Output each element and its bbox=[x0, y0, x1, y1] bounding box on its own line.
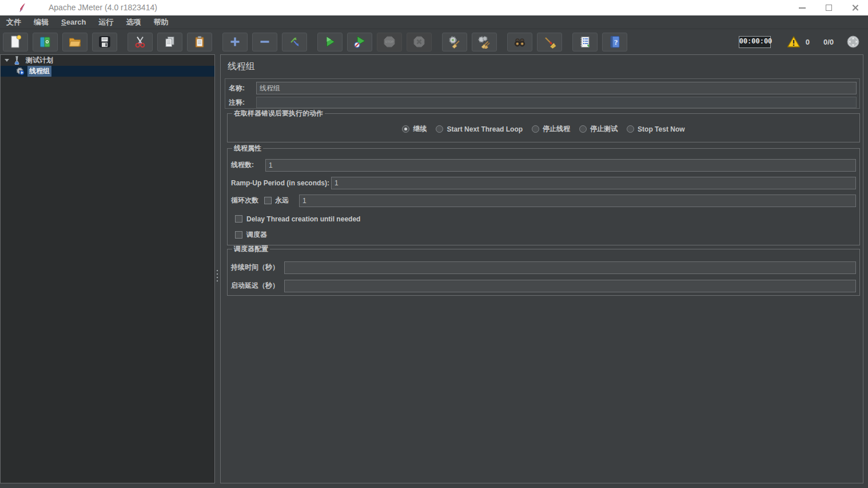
search-button[interactable] bbox=[507, 33, 532, 51]
templates-icon bbox=[38, 35, 52, 49]
zoom-out-minus-icon bbox=[258, 35, 272, 49]
name-comments-box: 名称: 注释: bbox=[225, 78, 860, 109]
stop-button[interactable]: STOP bbox=[377, 33, 402, 51]
svg-text:STOP: STOP bbox=[385, 40, 393, 43]
menu-help[interactable]: 帮助 bbox=[147, 15, 174, 29]
help-button[interactable]: ? bbox=[602, 33, 627, 51]
jmeter-window: Apache JMeter (4.0 r1823414) 文件 编辑 Searc… bbox=[0, 0, 868, 488]
radio-button-icon[interactable] bbox=[402, 125, 409, 133]
clear-icon bbox=[448, 35, 461, 49]
menu-file[interactable]: 文件 bbox=[0, 15, 27, 29]
ramp-up-label: Ramp-Up Period (in seconds): bbox=[231, 179, 331, 187]
remote-start-indicator-icon bbox=[846, 35, 860, 49]
comments-input[interactable] bbox=[256, 97, 857, 108]
copy-icon bbox=[163, 35, 177, 49]
zoom-in-plus-icon bbox=[228, 35, 242, 49]
zoom-in-button[interactable] bbox=[222, 33, 248, 51]
window-title: Apache JMeter (4.0 r1823414) bbox=[49, 3, 157, 12]
radio-continue[interactable]: 继续 bbox=[402, 124, 427, 134]
radio-start-next-thread-loop[interactable]: Start Next Thread Loop bbox=[436, 125, 523, 133]
open-folder-icon bbox=[68, 35, 82, 49]
close-button[interactable] bbox=[842, 0, 868, 15]
test-plan-flask-icon bbox=[12, 55, 22, 65]
log-warning-icon[interactable] bbox=[787, 35, 801, 48]
splitter-grip-icon[interactable] bbox=[216, 269, 219, 284]
menu-run[interactable]: 运行 bbox=[92, 15, 120, 29]
save-button[interactable] bbox=[92, 33, 117, 51]
start-no-pauses-button[interactable] bbox=[347, 33, 372, 51]
radio-button-icon[interactable] bbox=[627, 125, 634, 133]
tree-item-label[interactable]: 线程组 bbox=[27, 66, 51, 77]
clear-all-button[interactable] bbox=[472, 33, 497, 51]
scheduler-checkbox[interactable] bbox=[235, 231, 242, 239]
save-icon bbox=[98, 35, 112, 49]
radio-stop-test[interactable]: 停止测试 bbox=[579, 124, 618, 134]
function-helper-icon bbox=[578, 35, 592, 49]
maximize-button[interactable] bbox=[815, 0, 842, 15]
startup-delay-label: 启动延迟（秒） bbox=[231, 281, 284, 291]
tree-item-label[interactable]: 测试计划 bbox=[24, 55, 55, 66]
search-reset-button[interactable] bbox=[537, 33, 562, 51]
radio-stop-thread[interactable]: 停止线程 bbox=[532, 124, 570, 134]
delay-thread-creation-label: Delay Thread creation until needed bbox=[246, 215, 360, 223]
open-button[interactable] bbox=[62, 33, 87, 51]
close-icon bbox=[851, 4, 859, 11]
scheduler-configuration-group: 调度器配置 持续时间（秒） 启动延迟（秒） bbox=[227, 244, 860, 296]
search-reset-broom-icon bbox=[543, 35, 556, 49]
radio-button-icon[interactable] bbox=[436, 125, 443, 133]
clear-button[interactable] bbox=[442, 33, 467, 51]
cut-icon bbox=[133, 35, 147, 49]
delay-thread-creation-row: Delay Thread creation until needed bbox=[235, 215, 856, 223]
function-helper-button[interactable] bbox=[572, 33, 598, 51]
duration-input[interactable] bbox=[284, 261, 856, 274]
title-bar: Apache JMeter (4.0 r1823414) bbox=[0, 0, 868, 15]
new-file-icon bbox=[9, 35, 22, 49]
num-threads-label: 线程数: bbox=[231, 160, 265, 170]
zoom-out-button[interactable] bbox=[252, 33, 277, 51]
paste-button[interactable] bbox=[187, 33, 212, 51]
templates-button[interactable] bbox=[33, 33, 58, 51]
tree-item-thread-group[interactable]: 线程组 bbox=[1, 66, 214, 77]
thread-group-config-panel: 线程组 名称: 注释: 在取样器错误后要执行的动作 继续 Start Next bbox=[220, 54, 863, 483]
duration-label: 持续时间（秒） bbox=[231, 263, 284, 272]
comments-label: 注释: bbox=[229, 98, 256, 108]
toolbar: STOP bbox=[0, 29, 868, 54]
stop-icon: STOP bbox=[383, 35, 396, 49]
svg-text:?: ? bbox=[614, 38, 618, 46]
start-button[interactable] bbox=[317, 33, 343, 51]
thread-group-gear-icon bbox=[15, 66, 25, 76]
elapsed-timer: 00:00:00 bbox=[739, 36, 771, 48]
num-threads-input[interactable] bbox=[265, 159, 856, 172]
shutdown-button[interactable] bbox=[407, 33, 432, 51]
warning-count: 0 bbox=[806, 38, 810, 46]
cut-button[interactable] bbox=[128, 33, 153, 51]
forever-checkbox[interactable] bbox=[264, 197, 272, 204]
minimize-button[interactable] bbox=[789, 0, 815, 15]
minimize-icon bbox=[799, 7, 806, 9]
on-sample-error-options: 继续 Start Next Thread Loop 停止线程 停止测试 Stop… bbox=[231, 124, 856, 134]
menu-search[interactable]: Search bbox=[55, 16, 92, 28]
active-total-threads: 0/0 bbox=[823, 38, 834, 46]
thread-properties-legend: 线程属性 bbox=[232, 144, 263, 153]
clear-all-icon bbox=[477, 35, 491, 49]
thread-properties-group: 线程属性 线程数: Ramp-Up Period (in seconds): 循… bbox=[227, 144, 860, 245]
tree-expand-arrow-icon[interactable] bbox=[5, 59, 9, 62]
new-button[interactable] bbox=[3, 33, 28, 51]
copy-button[interactable] bbox=[157, 33, 182, 51]
ramp-up-input[interactable] bbox=[331, 177, 856, 189]
panel-splitter[interactable] bbox=[215, 54, 220, 483]
radio-button-icon[interactable] bbox=[532, 125, 539, 133]
name-label: 名称: bbox=[229, 84, 256, 93]
radio-stop-test-now[interactable]: Stop Test Now bbox=[627, 125, 684, 133]
radio-button-icon[interactable] bbox=[579, 125, 587, 133]
menu-options[interactable]: 选项 bbox=[120, 15, 147, 29]
loop-count-input[interactable] bbox=[299, 195, 856, 207]
tree-item-test-plan[interactable]: 测试计划 bbox=[1, 55, 214, 66]
start-no-pauses-icon bbox=[353, 35, 367, 49]
toggle-button[interactable] bbox=[282, 33, 307, 51]
name-input[interactable] bbox=[256, 82, 857, 94]
scheduler-configuration-legend: 调度器配置 bbox=[232, 244, 270, 254]
startup-delay-input[interactable] bbox=[284, 280, 856, 292]
menu-edit[interactable]: 编辑 bbox=[27, 15, 55, 29]
delay-thread-creation-checkbox[interactable] bbox=[235, 215, 242, 223]
